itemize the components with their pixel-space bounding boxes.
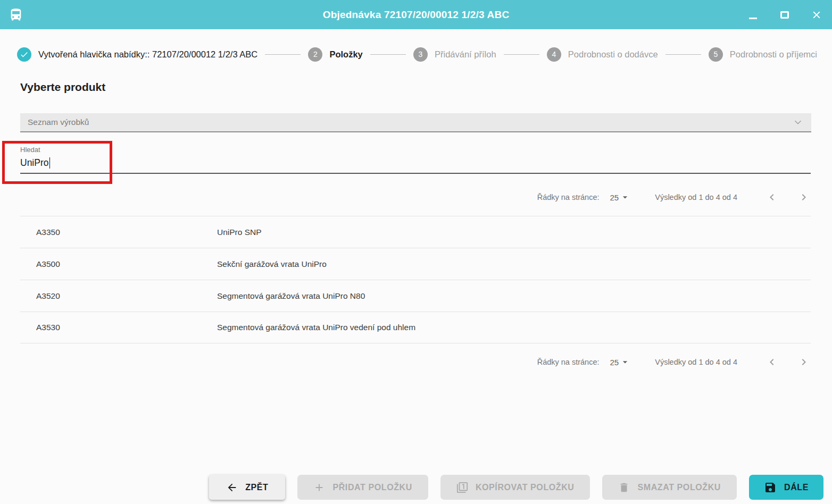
close-icon xyxy=(811,9,822,21)
delete-item-button[interactable]: SMAZAT POLOŽKU xyxy=(602,475,737,500)
search-field-label: Hledat xyxy=(20,146,811,154)
table-row[interactable]: A3520 Segmentová garážová vrata UniPro N… xyxy=(20,280,811,312)
next-button-label: DÁLE xyxy=(784,483,809,492)
copy-item-icon xyxy=(456,482,468,493)
pagination-bottom: Řádky na stránce: 25 Výsledky od 1 do 4 … xyxy=(537,351,811,373)
rows-per-page-value: 25 xyxy=(610,358,619,367)
dropdown-arrow-icon xyxy=(620,357,630,367)
step-connector xyxy=(504,54,539,55)
next-page-button[interactable] xyxy=(797,355,811,369)
titlebar: Objednávka 72107/20/00012 1/2/3 ABC xyxy=(0,0,832,29)
chevron-right-icon xyxy=(797,191,810,204)
product-results-table: A3350 UniPro SNP A3500 Sekční garážová v… xyxy=(20,216,811,343)
step-connector xyxy=(265,54,301,55)
rows-per-page-label: Řádky na stránce: xyxy=(537,193,600,201)
product-list-select-value: Seznam výrobků xyxy=(28,117,89,127)
rows-per-page-value: 25 xyxy=(610,193,619,202)
step-5-label: Podrobnosti o příjemci xyxy=(730,49,817,60)
step-2-header[interactable]: 2 Položky xyxy=(308,47,362,62)
results-range-label: Výsledky od 1 do 4 od 4 xyxy=(655,193,737,201)
step-3-label: Přidávání příloh xyxy=(435,49,496,60)
page-title: Vyberte produkt xyxy=(20,81,105,94)
chevron-right-icon xyxy=(797,356,810,368)
delete-item-button-label: SMAZAT POLOŽKU xyxy=(637,483,721,492)
app-window: Objednávka 72107/20/00012 1/2/3 ABC Vytv… xyxy=(0,0,832,504)
plus-icon xyxy=(313,482,325,493)
window-title: Objednávka 72107/20/00012 1/2/3 ABC xyxy=(323,9,510,21)
close-button[interactable] xyxy=(811,9,822,21)
results-range-label: Výsledky od 1 do 4 od 4 xyxy=(655,358,737,366)
back-button[interactable]: ZPĚT xyxy=(209,475,285,500)
maximize-button[interactable] xyxy=(779,9,791,21)
save-icon xyxy=(764,481,777,494)
add-item-button[interactable]: PŘIDAT POLOŽKU xyxy=(297,475,428,500)
add-item-button-label: PŘIDAT POLOŽKU xyxy=(332,483,412,492)
step-4-number: 4 xyxy=(547,47,561,62)
rows-per-page-select[interactable]: 25 xyxy=(610,357,631,367)
product-name: Segmentová garážová vrata UniPro N80 xyxy=(217,291,811,301)
product-name: Sekční garážová vrata UniPro xyxy=(217,259,811,269)
back-button-label: ZPĚT xyxy=(245,483,268,492)
table-row[interactable]: A3500 Sekční garážová vrata UniPro xyxy=(20,248,811,280)
step-4-label: Podrobnosti o dodávce xyxy=(568,49,658,60)
product-code: A3500 xyxy=(20,259,217,269)
step-1-check-icon xyxy=(17,47,31,62)
search-input[interactable]: UniPro xyxy=(20,157,49,169)
step-2-label: Položky xyxy=(329,49,362,60)
product-code: A3520 xyxy=(20,291,217,301)
step-4-header[interactable]: 4 Podrobnosti o dodávce xyxy=(547,47,658,62)
rows-per-page-select[interactable]: 25 xyxy=(610,192,631,203)
dropdown-arrow-icon xyxy=(620,192,630,203)
table-row[interactable]: A3350 UniPro SNP xyxy=(20,216,811,248)
search-field[interactable]: Hledat UniPro xyxy=(20,146,811,174)
step-3-number: 3 xyxy=(413,47,428,62)
trash-icon xyxy=(618,482,630,493)
chevron-left-icon xyxy=(766,356,778,368)
step-connector xyxy=(370,54,406,55)
minimize-button[interactable] xyxy=(747,9,759,21)
text-cursor xyxy=(49,157,51,169)
chevron-down-icon xyxy=(792,116,804,128)
product-name: UniPro SNP xyxy=(217,228,811,237)
footer-actions: ZPĚT PŘIDAT POLOŽKU KOPÍROVAT POLOŽKU SM… xyxy=(0,475,823,500)
step-3-header[interactable]: 3 Přidávání příloh xyxy=(413,47,496,62)
step-1-header[interactable]: Vytvořená hlavička nabídky:: 72107/20/00… xyxy=(17,47,257,62)
stepper: Vytvořená hlavička nabídky:: 72107/20/00… xyxy=(17,45,817,64)
copy-item-button-label: KOPÍROVAT POLOŽKU xyxy=(476,483,575,492)
previous-page-button[interactable] xyxy=(765,355,779,369)
step-1-label: Vytvořená hlavička nabídky:: 72107/20/00… xyxy=(38,49,257,60)
next-button[interactable]: DÁLE xyxy=(749,475,823,500)
arrow-back-icon xyxy=(226,482,238,493)
product-list-select[interactable]: Seznam výrobků xyxy=(20,113,811,132)
pagination-top: Řádky na stránce: 25 Výsledky od 1 do 4 … xyxy=(537,186,811,208)
product-code: A3350 xyxy=(20,228,217,237)
next-page-button[interactable] xyxy=(797,190,811,204)
step-5-number: 5 xyxy=(709,47,723,62)
step-2-number: 2 xyxy=(308,47,322,62)
previous-page-button[interactable] xyxy=(765,190,779,204)
table-row[interactable]: A3530 Segmentová garážová vrata UniPro v… xyxy=(20,312,811,343)
rows-per-page-label: Řádky na stránce: xyxy=(537,358,600,366)
copy-item-button[interactable]: KOPÍROVAT POLOŽKU xyxy=(440,475,590,500)
step-5-header[interactable]: 5 Podrobnosti o příjemci xyxy=(709,47,817,62)
bus-icon xyxy=(9,7,23,22)
product-name: Segmentová garážová vrata UniPro vedení … xyxy=(217,323,811,332)
chevron-left-icon xyxy=(766,191,778,204)
product-code: A3530 xyxy=(20,323,217,332)
step-connector xyxy=(665,54,701,55)
